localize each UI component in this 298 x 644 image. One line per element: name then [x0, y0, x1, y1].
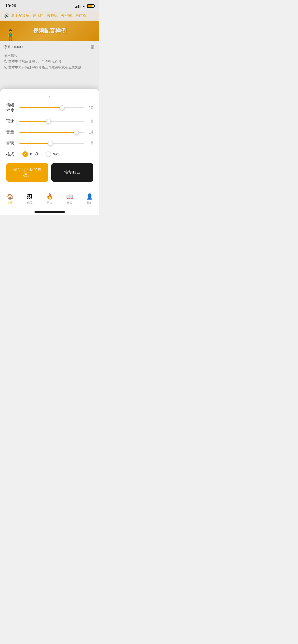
mp3-radio[interactable] — [22, 151, 28, 157]
tab-tutorial-label: 教程 — [67, 201, 72, 205]
bottom-sheet: ⌄ 情绪 程度 10 语速 8 — [0, 89, 99, 215]
emotion-slider[interactable] — [19, 105, 84, 110]
bottom-buttons: 保存到「我的模板」 恢复默认 — [6, 163, 93, 182]
volume-slider[interactable] — [19, 130, 84, 135]
sheet-handle-area[interactable]: ⌄ — [0, 89, 99, 100]
tab-mine-label: 我的 — [87, 201, 92, 205]
volume-label: 音量 — [6, 129, 16, 135]
ticker-bar: 🔊 新上配音员：云飞翔、云晓妮、云登南、云广松、 — [0, 11, 99, 21]
char-count: 字数0/10000 — [4, 45, 23, 49]
pitch-label: 音调 — [6, 140, 16, 146]
volume-value: 14 — [87, 130, 93, 135]
delete-icon[interactable]: 🗑 — [90, 44, 95, 50]
mascot-icon: 🧍‍♂️ — [4, 29, 17, 41]
sheet-content: 情绪 程度 10 语速 8 音量 — [0, 100, 99, 191]
chevron-down-icon[interactable]: ⌄ — [47, 92, 52, 98]
speed-slider[interactable] — [19, 119, 84, 124]
reset-default-button[interactable]: 恢复默认 — [51, 163, 93, 182]
status-bar: 10:26 ▲ — [0, 0, 99, 11]
pitch-slider-row: 音调 8 — [6, 140, 93, 146]
more-icon: 🔥 — [46, 193, 53, 200]
battery-icon — [87, 4, 94, 8]
status-icons: ▲ — [75, 4, 94, 8]
emotion-value: 10 — [87, 106, 93, 110]
tab-works[interactable]: 🖼 作品 — [20, 193, 40, 205]
save-template-button[interactable]: 保存到「我的模板」 — [6, 163, 48, 182]
format-label: 格式 — [6, 152, 16, 157]
home-icon: 🏠 — [7, 193, 13, 200]
volume-slider-row: 音量 14 — [6, 129, 93, 135]
speed-label: 语速 — [6, 119, 16, 124]
format-row: 格式 mp3 wav — [6, 151, 93, 157]
format-wav-option[interactable]: wav — [46, 151, 60, 157]
speed-value: 8 — [87, 119, 93, 124]
tips-section: 使用技巧： ①.文本中请规范使用，。？等标点符号 ②.文本中如有特殊字符可能会导… — [4, 52, 95, 70]
home-bar — [34, 211, 65, 213]
format-mp3-option[interactable]: mp3 — [22, 151, 38, 157]
wav-radio[interactable] — [46, 151, 51, 157]
tip2: ②.文本中如有特殊字符可能会导致跳字或者合成失败 — [4, 64, 95, 70]
emotion-slider-row: 情绪 程度 10 — [6, 103, 93, 113]
status-time: 10:26 — [5, 4, 16, 9]
tip1: ①.文本中请规范使用，。？等标点符号 — [4, 58, 95, 64]
speed-slider-row: 语速 8 — [6, 119, 93, 124]
mp3-label: mp3 — [30, 152, 38, 156]
ticker-text: 新上配音员：云飞翔、云晓妮、云登南、云广松、 — [11, 13, 90, 18]
tab-tutorial[interactable]: 📖 教程 — [60, 193, 79, 205]
tab-bar: 🏠 首页 🖼 作品 🔥 更多 📖 教程 👤 我的 — [0, 191, 99, 210]
works-icon: 🖼 — [27, 193, 33, 200]
tutorial-icon: 📖 — [66, 193, 73, 200]
signal-icon — [75, 5, 80, 8]
tab-more-label: 更多 — [47, 201, 52, 205]
banner: 🧍‍♂️ 视频配音样例 — [0, 21, 99, 41]
tips-header: 使用技巧： — [4, 52, 95, 58]
tab-mine[interactable]: 👤 我的 — [79, 193, 99, 205]
profile-icon: 👤 — [86, 193, 93, 200]
home-indicator — [0, 210, 99, 215]
char-count-row: 字数0/10000 🗑 — [4, 44, 95, 50]
tab-home-label: 首页 — [7, 201, 13, 205]
wifi-icon: ▲ — [82, 4, 86, 8]
tab-home[interactable]: 🏠 首页 — [0, 193, 20, 205]
speaker-icon: 🔊 — [4, 13, 9, 18]
wav-label: wav — [53, 152, 60, 156]
tab-works-label: 作品 — [27, 201, 33, 205]
format-options: mp3 wav — [22, 151, 61, 157]
pitch-value: 8 — [87, 141, 93, 145]
banner-title: 视频配音样例 — [33, 27, 66, 35]
tab-more[interactable]: 🔥 更多 — [40, 193, 60, 205]
pitch-slider[interactable] — [19, 141, 84, 146]
emotion-label: 情绪 程度 — [6, 103, 16, 113]
